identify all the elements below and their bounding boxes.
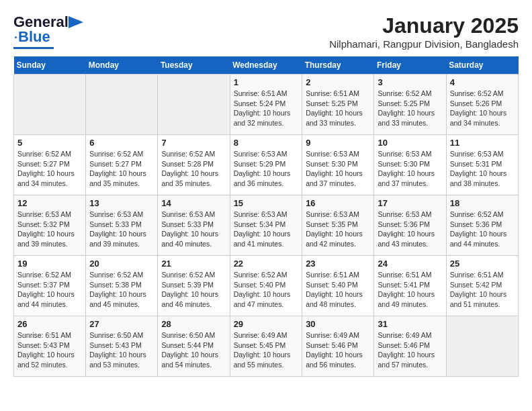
day-number: 22 <box>234 259 299 269</box>
calendar-week-row: 1Sunrise: 6:51 AM Sunset: 5:24 PM Daylig… <box>14 75 519 135</box>
day-number: 3 <box>378 77 442 87</box>
cell-content: Sunrise: 6:51 AM Sunset: 5:25 PM Dayligh… <box>306 89 370 128</box>
calendar-cell: 7Sunrise: 6:52 AM Sunset: 5:28 PM Daylig… <box>158 135 230 195</box>
svg-marker-0 <box>69 16 83 28</box>
day-number: 26 <box>17 319 82 329</box>
calendar-cell: 21Sunrise: 6:52 AM Sunset: 5:39 PM Dayli… <box>158 256 230 316</box>
day-number: 23 <box>306 259 370 269</box>
day-number: 24 <box>378 259 442 269</box>
day-number: 21 <box>161 259 226 269</box>
calendar-cell: 15Sunrise: 6:53 AM Sunset: 5:34 PM Dayli… <box>230 195 302 256</box>
calendar-cell: 12Sunrise: 6:53 AM Sunset: 5:32 PM Dayli… <box>14 195 86 256</box>
cell-content: Sunrise: 6:49 AM Sunset: 5:46 PM Dayligh… <box>378 330 442 370</box>
calendar-cell <box>446 316 518 377</box>
calendar-cell: 3Sunrise: 6:52 AM Sunset: 5:25 PM Daylig… <box>374 75 446 135</box>
calendar-cell: 27Sunrise: 6:50 AM Sunset: 5:43 PM Dayli… <box>86 316 158 377</box>
calendar-cell: 22Sunrise: 6:52 AM Sunset: 5:40 PM Dayli… <box>230 256 302 316</box>
cell-content: Sunrise: 6:53 AM Sunset: 5:32 PM Dayligh… <box>17 210 82 249</box>
day-number: 14 <box>161 198 226 208</box>
calendar-cell: 4Sunrise: 6:52 AM Sunset: 5:26 PM Daylig… <box>446 75 518 135</box>
calendar-cell: 23Sunrise: 6:51 AM Sunset: 5:40 PM Dayli… <box>302 256 374 316</box>
calendar-cell: 13Sunrise: 6:53 AM Sunset: 5:33 PM Dayli… <box>86 195 158 256</box>
calendar-cell: 24Sunrise: 6:51 AM Sunset: 5:41 PM Dayli… <box>374 256 446 316</box>
day-number: 12 <box>17 198 82 208</box>
day-number: 2 <box>306 77 370 87</box>
cell-content: Sunrise: 6:52 AM Sunset: 5:28 PM Dayligh… <box>161 149 226 189</box>
calendar-cell: 29Sunrise: 6:49 AM Sunset: 5:45 PM Dayli… <box>230 316 302 377</box>
calendar-cell: 5Sunrise: 6:52 AM Sunset: 5:27 PM Daylig… <box>14 135 86 195</box>
calendar-cell: 30Sunrise: 6:49 AM Sunset: 5:46 PM Dayli… <box>302 316 374 377</box>
day-number: 17 <box>378 198 442 208</box>
cell-content: Sunrise: 6:50 AM Sunset: 5:43 PM Dayligh… <box>89 330 154 370</box>
calendar-cell: 26Sunrise: 6:51 AM Sunset: 5:43 PM Dayli… <box>14 316 86 377</box>
calendar-title: January 2025 <box>329 13 519 38</box>
calendar-cell: 31Sunrise: 6:49 AM Sunset: 5:46 PM Dayli… <box>374 316 446 377</box>
calendar-cell <box>86 75 158 135</box>
calendar-subtitle: Nilphamari, Rangpur Division, Bangladesh <box>329 38 519 50</box>
weekday-header-row: SundayMondayTuesdayWednesdayThursdayFrid… <box>14 56 519 75</box>
cell-content: Sunrise: 6:51 AM Sunset: 5:24 PM Dayligh… <box>234 89 299 128</box>
cell-content: Sunrise: 6:53 AM Sunset: 5:36 PM Dayligh… <box>378 210 442 249</box>
cell-content: Sunrise: 6:49 AM Sunset: 5:45 PM Dayligh… <box>234 330 299 370</box>
cell-content: Sunrise: 6:52 AM Sunset: 5:37 PM Dayligh… <box>17 270 82 310</box>
cell-content: Sunrise: 6:49 AM Sunset: 5:46 PM Dayligh… <box>306 330 370 370</box>
cell-content: Sunrise: 6:52 AM Sunset: 5:36 PM Dayligh… <box>450 210 515 249</box>
day-number: 4 <box>450 77 515 87</box>
calendar-table: SundayMondayTuesdayWednesdayThursdayFrid… <box>13 56 519 377</box>
cell-content: Sunrise: 6:53 AM Sunset: 5:30 PM Dayligh… <box>378 149 442 189</box>
calendar-cell: 25Sunrise: 6:51 AM Sunset: 5:42 PM Dayli… <box>446 256 518 316</box>
calendar-cell <box>158 75 230 135</box>
day-number: 5 <box>17 138 82 148</box>
cell-content: Sunrise: 6:51 AM Sunset: 5:41 PM Dayligh… <box>378 270 442 310</box>
cell-content: Sunrise: 6:53 AM Sunset: 5:35 PM Dayligh… <box>306 210 370 249</box>
day-number: 29 <box>234 319 299 329</box>
calendar-cell: 10Sunrise: 6:53 AM Sunset: 5:30 PM Dayli… <box>374 135 446 195</box>
calendar-cell <box>14 75 86 135</box>
weekday-header-wednesday: Wednesday <box>230 56 302 75</box>
title-block: January 2025 Nilphamari, Rangpur Divisio… <box>329 13 519 50</box>
cell-content: Sunrise: 6:53 AM Sunset: 5:29 PM Dayligh… <box>234 149 299 189</box>
logo-underline <box>13 47 54 49</box>
logo-blue-text: Blue <box>18 28 50 46</box>
calendar-cell: 14Sunrise: 6:53 AM Sunset: 5:33 PM Dayli… <box>158 195 230 256</box>
calendar-cell: 17Sunrise: 6:53 AM Sunset: 5:36 PM Dayli… <box>374 195 446 256</box>
cell-content: Sunrise: 6:53 AM Sunset: 5:31 PM Dayligh… <box>450 149 515 189</box>
day-number: 10 <box>378 138 442 148</box>
calendar-week-row: 12Sunrise: 6:53 AM Sunset: 5:32 PM Dayli… <box>14 195 519 256</box>
calendar-week-row: 5Sunrise: 6:52 AM Sunset: 5:27 PM Daylig… <box>14 135 519 195</box>
day-number: 25 <box>450 259 515 269</box>
cell-content: Sunrise: 6:53 AM Sunset: 5:33 PM Dayligh… <box>89 210 154 249</box>
day-number: 19 <box>17 259 82 269</box>
cell-content: Sunrise: 6:53 AM Sunset: 5:30 PM Dayligh… <box>306 149 370 189</box>
calendar-week-row: 19Sunrise: 6:52 AM Sunset: 5:37 PM Dayli… <box>14 256 519 316</box>
day-number: 27 <box>89 319 154 329</box>
cell-content: Sunrise: 6:50 AM Sunset: 5:44 PM Dayligh… <box>161 330 226 370</box>
cell-content: Sunrise: 6:51 AM Sunset: 5:42 PM Dayligh… <box>450 270 515 310</box>
page-header: General Blue January 2025 Nilphamari, Ra… <box>13 13 519 50</box>
day-number: 20 <box>89 259 154 269</box>
day-number: 28 <box>161 319 226 329</box>
calendar-cell: 6Sunrise: 6:52 AM Sunset: 5:27 PM Daylig… <box>86 135 158 195</box>
calendar-cell: 2Sunrise: 6:51 AM Sunset: 5:25 PM Daylig… <box>302 75 374 135</box>
cell-content: Sunrise: 6:52 AM Sunset: 5:39 PM Dayligh… <box>161 270 226 310</box>
weekday-header-saturday: Saturday <box>446 56 518 75</box>
cell-content: Sunrise: 6:52 AM Sunset: 5:25 PM Dayligh… <box>378 89 442 128</box>
day-number: 11 <box>450 138 515 148</box>
calendar-cell: 1Sunrise: 6:51 AM Sunset: 5:24 PM Daylig… <box>230 75 302 135</box>
cell-content: Sunrise: 6:53 AM Sunset: 5:33 PM Dayligh… <box>161 210 226 249</box>
calendar-cell: 16Sunrise: 6:53 AM Sunset: 5:35 PM Dayli… <box>302 195 374 256</box>
calendar-cell: 11Sunrise: 6:53 AM Sunset: 5:31 PM Dayli… <box>446 135 518 195</box>
calendar-cell: 28Sunrise: 6:50 AM Sunset: 5:44 PM Dayli… <box>158 316 230 377</box>
day-number: 16 <box>306 198 370 208</box>
calendar-cell: 20Sunrise: 6:52 AM Sunset: 5:38 PM Dayli… <box>86 256 158 316</box>
cell-content: Sunrise: 6:52 AM Sunset: 5:40 PM Dayligh… <box>234 270 299 310</box>
day-number: 18 <box>450 198 515 208</box>
calendar-week-row: 26Sunrise: 6:51 AM Sunset: 5:43 PM Dayli… <box>14 316 519 377</box>
weekday-header-thursday: Thursday <box>302 56 374 75</box>
cell-content: Sunrise: 6:52 AM Sunset: 5:26 PM Dayligh… <box>450 89 515 128</box>
cell-content: Sunrise: 6:51 AM Sunset: 5:40 PM Dayligh… <box>306 270 370 310</box>
day-number: 30 <box>306 319 370 329</box>
day-number: 8 <box>234 138 299 148</box>
cell-content: Sunrise: 6:51 AM Sunset: 5:43 PM Dayligh… <box>17 330 82 370</box>
day-number: 31 <box>378 319 442 329</box>
